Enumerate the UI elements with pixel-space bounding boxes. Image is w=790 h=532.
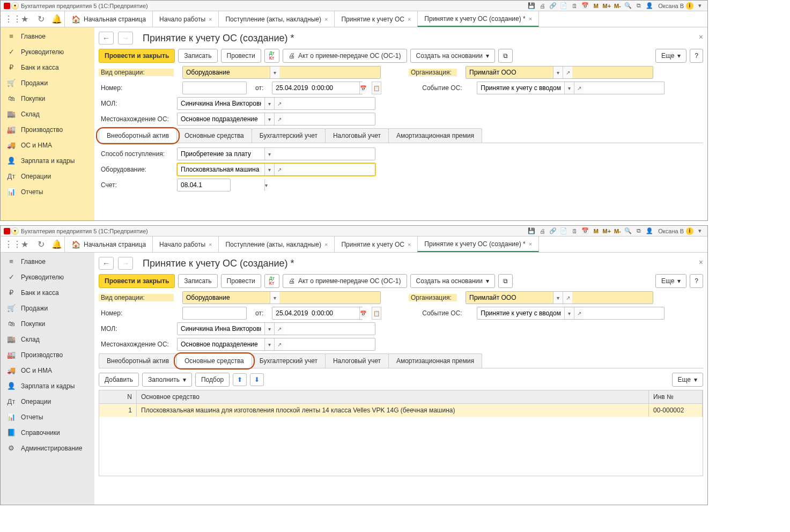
mol-input[interactable]: ▾↗ — [177, 322, 375, 335]
sidebar-item-main[interactable]: ≡Главное — [1, 28, 94, 44]
date-input[interactable]: 📅 — [272, 307, 363, 320]
mol-field[interactable] — [178, 323, 264, 335]
m-icon[interactable]: M — [592, 227, 600, 235]
method-input[interactable]: ▾ — [177, 147, 375, 160]
save-icon[interactable]: 💾 — [527, 2, 536, 10]
link-icon[interactable]: 🔗 — [549, 227, 557, 235]
org-field[interactable] — [466, 66, 553, 78]
sidebar-item-purchase[interactable]: 🛍Покупки — [1, 91, 94, 106]
help-button[interactable]: ? — [690, 274, 703, 288]
col-n[interactable]: N — [99, 390, 137, 403]
post-and-close-button[interactable]: Провести и закрыть — [99, 49, 175, 63]
org-field[interactable] — [466, 292, 553, 304]
post-button[interactable]: Провести — [221, 274, 261, 288]
tab-os-accept[interactable]: Принятие к учету ОС× — [334, 11, 418, 27]
col-inv[interactable]: Инв № — [649, 390, 703, 403]
tab-tax[interactable]: Налоговый учет — [325, 128, 389, 143]
zoom-icon[interactable]: 🔍 — [624, 2, 632, 10]
more-button[interactable]: Еще▾ — [672, 373, 703, 387]
window-icon[interactable]: ⧉ — [634, 227, 643, 235]
close-icon[interactable]: × — [529, 241, 532, 247]
clipboard-icon[interactable]: 📋 — [372, 307, 381, 320]
chevron-down-icon[interactable]: ▾ — [264, 98, 274, 109]
tab-noncurrent-asset[interactable]: Внеоборотный актив — [99, 128, 177, 143]
structure-button[interactable]: ⧉ — [498, 274, 513, 288]
bell-icon[interactable]: 🔔 — [49, 237, 65, 252]
open-icon[interactable]: ↗ — [274, 98, 284, 109]
tab-home[interactable]: 🏠Начальная страница — [64, 11, 153, 27]
loc-field[interactable] — [178, 338, 264, 350]
tab-start[interactable]: Начало работы× — [152, 11, 219, 27]
date-input[interactable]: 📅 — [272, 82, 363, 94]
bell-icon[interactable]: 🔔 — [49, 11, 65, 27]
event-field[interactable] — [477, 307, 564, 319]
calc-icon[interactable]: 🗓 — [570, 227, 579, 235]
op-type-field[interactable] — [183, 292, 270, 304]
chevron-down-icon[interactable]: ▾ — [696, 2, 704, 10]
sidebar-item-reports[interactable]: 📊Отчеты — [1, 409, 94, 425]
date-field[interactable] — [272, 307, 359, 319]
table-row[interactable]: 1 Плосковязальная машина для изготовлени… — [99, 404, 703, 417]
tab-home[interactable]: 🏠Начальная страница — [64, 237, 153, 252]
tab-os-accept-create[interactable]: Принятие к учету ОС (создание) *× — [417, 237, 539, 252]
tab-fixed-assets[interactable]: Основные средства — [176, 128, 252, 143]
add-button[interactable]: Добавить — [99, 373, 139, 387]
sidebar-item-purchase[interactable]: 🛍Покупки — [1, 316, 94, 331]
number-input[interactable] — [182, 307, 247, 320]
move-up-button[interactable]: ⬆ — [233, 373, 247, 386]
sidebar-item-manager[interactable]: ✓Руководителю — [1, 44, 94, 60]
print-icon[interactable]: 🖨 — [538, 227, 547, 235]
sidebar-item-os-nma[interactable]: 🚚ОС и НМА — [1, 363, 94, 378]
loc-input[interactable]: ▾↗ — [177, 338, 375, 351]
org-input[interactable]: ▾↗ — [466, 66, 653, 79]
close-icon[interactable]: × — [324, 16, 328, 23]
chevron-down-icon[interactable]: ▾ — [553, 66, 563, 78]
chevron-down-icon[interactable]: ▾ — [264, 338, 274, 350]
sidebar-item-warehouse[interactable]: 🏬Склад — [1, 331, 94, 347]
event-field[interactable] — [477, 82, 564, 94]
chevron-down-icon[interactable]: ▾ — [264, 164, 274, 175]
calendar-icon[interactable]: 📅 — [359, 307, 366, 319]
save-icon[interactable]: 💾 — [527, 227, 536, 235]
tab-amort-premium[interactable]: Амортизационная премия — [388, 128, 482, 143]
help-button[interactable]: ? — [690, 49, 703, 63]
op-type-input[interactable]: ▾ — [182, 291, 381, 304]
close-page-icon[interactable]: × — [699, 258, 703, 267]
dropdown-icon[interactable]: ▾ — [11, 2, 19, 10]
close-icon[interactable]: × — [529, 16, 532, 22]
sidebar-item-catalogs[interactable]: 📘Справочники — [1, 425, 94, 440]
open-icon[interactable]: ↗ — [274, 164, 284, 175]
sidebar-item-salary[interactable]: 👤Зарплата и кадры — [1, 153, 94, 168]
apps-icon[interactable]: ⋮⋮⋮ — [1, 11, 17, 27]
loc-input[interactable]: ▾↗ — [177, 113, 375, 125]
open-icon[interactable]: ↗ — [274, 323, 284, 335]
chevron-down-icon[interactable]: ▾ — [564, 307, 574, 319]
print-form-button[interactable]: 🖨Акт о приеме-передаче ОС (ОС-1) — [283, 49, 407, 63]
create-based-button[interactable]: Создать на основании▾ — [410, 49, 496, 63]
chevron-down-icon[interactable]: ▾ — [264, 179, 268, 191]
back-button[interactable]: ← — [99, 257, 114, 270]
save-button[interactable]: Записать — [178, 49, 217, 63]
m-minus-icon[interactable]: M- — [613, 2, 622, 10]
dtkt-button[interactable]: ДтКт — [264, 274, 279, 288]
sidebar-item-os-nma[interactable]: 🚚ОС и НМА — [1, 137, 94, 153]
clipboard-icon[interactable]: 📋 — [372, 82, 381, 94]
chevron-down-icon[interactable]: ▾ — [264, 148, 274, 160]
m-icon[interactable]: M — [592, 2, 600, 10]
sidebar-item-reports[interactable]: 📊Отчеты — [1, 184, 94, 200]
chevron-down-icon[interactable]: ▾ — [264, 323, 274, 335]
star-icon[interactable]: ★ — [17, 237, 33, 252]
back-button[interactable]: ← — [99, 32, 114, 45]
sidebar-item-warehouse[interactable]: 🏬Склад — [1, 106, 94, 122]
forward-button[interactable]: → — [118, 257, 133, 270]
print-form-button[interactable]: 🖨Акт о приеме-передаче ОС (ОС-1) — [283, 274, 407, 288]
close-icon[interactable]: × — [209, 16, 212, 23]
sidebar-item-operations[interactable]: ДтОперации — [1, 168, 94, 184]
structure-button[interactable]: ⧉ — [498, 49, 513, 63]
org-input[interactable]: ▾↗ — [466, 291, 653, 304]
tab-noncurrent-asset[interactable]: Внеоборотный актив — [99, 353, 177, 368]
save-button[interactable]: Записать — [178, 274, 217, 288]
sidebar-item-sales[interactable]: 🛒Продажи — [1, 75, 94, 91]
date-field[interactable] — [272, 82, 359, 94]
chevron-down-icon[interactable]: ▾ — [264, 113, 274, 125]
